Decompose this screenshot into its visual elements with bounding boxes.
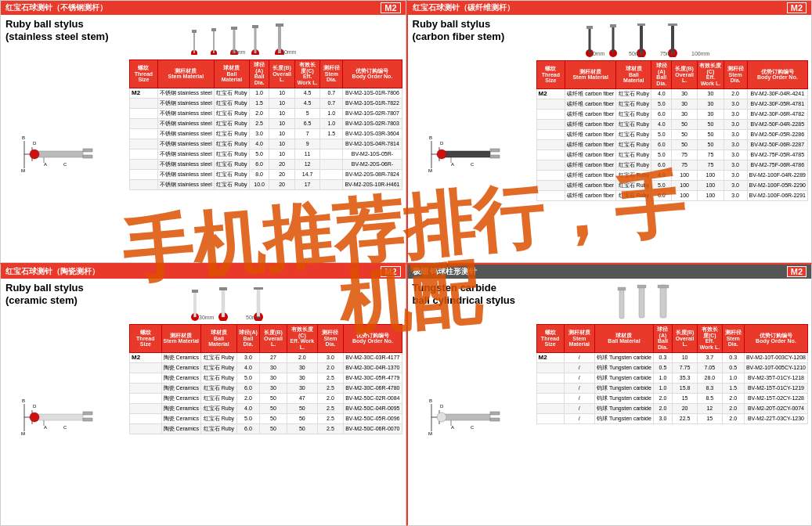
table-cell: 0.7 [320, 98, 343, 108]
svg-rect-99 [637, 285, 646, 288]
table-cell: BV-M2-20S-10R-H461 [343, 179, 402, 189]
table-cell: BV-M2-50C-05R-0096 [344, 413, 402, 423]
table-cell: BV-M2-100F-06R-2291 [747, 190, 807, 200]
table-cell: BV-M2-15T-01CY-1219 [744, 383, 807, 393]
panel-diagram-bl: B M D A C [5, 309, 121, 522]
cell-m2 [130, 413, 162, 423]
table-cell: BV-M2-20T-02CY-0074 [744, 403, 807, 413]
table-cell: 0.7 [320, 88, 343, 98]
table-cell: 5.0 [651, 150, 672, 160]
table-cell: 2.0 [653, 403, 672, 413]
table-cell: 10 [672, 352, 697, 362]
cell-m2 [130, 393, 162, 403]
th-diam-br: 球径(A)Ball Dia. [653, 325, 672, 353]
th-len-tl: 长度(B)Overall L. [269, 60, 295, 88]
table-cell: 50 [698, 139, 724, 150]
table-cell: 30 [287, 373, 317, 383]
table-cell [320, 139, 343, 149]
table-cell: BV-M2-30C-05R-4779 [344, 373, 402, 383]
svg-rect-48 [610, 24, 616, 27]
table-cell: BV-M2-10S-02R-7803 [343, 118, 402, 128]
table-cell: 2.0 [722, 413, 744, 423]
table-cell: 3.0 [724, 160, 747, 170]
svg-rect-6 [36, 151, 83, 157]
panel-body-br: Tungsten carbide ball cylindrical stylus… [408, 279, 812, 525]
th-ball-tl: 球材质Ball Material [214, 60, 249, 88]
table-cell: / [564, 413, 595, 423]
table-cell: 50 [698, 129, 724, 139]
svg-text:50mm: 50mm [246, 315, 262, 320]
table-cell: 红宝石 Ruby [616, 190, 651, 200]
table-cell: 红宝石 Ruby [214, 179, 249, 189]
cell-m2 [130, 169, 158, 179]
svg-rect-92 [490, 418, 500, 421]
table-cell: / [564, 352, 595, 362]
table-cell: 10 [269, 88, 295, 98]
table-row: 碳纤维 carbon fiber红宝石 Ruby5.075753.0BV-M2-… [536, 150, 808, 160]
th-stem-dia-bl: 测杆径Stem Dia. [317, 325, 343, 353]
table-cell: BV-M2-50F-05R-2286 [747, 129, 807, 139]
cell-m2: M2 [130, 88, 158, 98]
svg-text:M: M [21, 431, 25, 436]
table-cell: / [564, 393, 595, 403]
panel-right-tr: 30mm 50mm 75mm 100mm 螺纹Thread Size 测杆材质S… [533, 15, 812, 262]
table-cell: 不锈钢 stainless steel [157, 128, 214, 139]
table-cell: 100 [698, 180, 724, 190]
panel-right-bl: 30mm 50mm 螺纹Thread Size 测杆材质Stem Materia… [126, 279, 406, 525]
table-cell: BV-M2-10T-005CY-1210 [744, 362, 807, 373]
th-stem-br: 测杆材质Stem Material [564, 325, 595, 353]
table-cell: 7.75 [672, 362, 697, 373]
table-cell: 6.0 [236, 423, 259, 434]
table-cell: 2.5 [250, 118, 269, 128]
table-row: 碳纤维 carbon fiber红宝石 Ruby4.01001003.0BV-M… [536, 170, 808, 180]
svg-rect-44 [589, 27, 591, 53]
table-row: 碳纤维 carbon fiber红宝石 Ruby5.01001003.0BV-M… [536, 180, 808, 190]
th-eff-tl: 有效长度(C)Eff. Work L. [294, 60, 319, 88]
table-cell: 4.0 [651, 119, 672, 129]
svg-text:D: D [440, 141, 444, 146]
svg-rect-45 [586, 26, 593, 29]
panel-right-tl: 10mm 20mm 螺纹Thread Size 测杆材质Stem Materia… [126, 15, 406, 262]
cell-m2: M2 [536, 88, 565, 99]
table-row: 碳纤维 carbon fiber红宝石 Ruby6.01001003.0BV-M… [536, 190, 808, 200]
table-cell: BV-M2-20S-06R- [343, 159, 402, 169]
table-row: 碳纤维 carbon fiber红宝石 Ruby6.050503.0BV-M2-… [536, 139, 808, 150]
panel-diagram-br: B M D A C [413, 309, 529, 522]
table-cell: BV-M2-100F-04R-2289 [747, 170, 807, 180]
th-stem-bl: 测杆材质Stem Material [161, 325, 201, 353]
table-cell: 碳纤维 carbon fiber [565, 119, 616, 129]
table-cell: 20 [269, 159, 295, 169]
table-cell: 47 [287, 393, 317, 403]
table-row: 碳纤维 carbon fiber红宝石 Ruby5.050503.0BV-M2-… [536, 129, 808, 139]
table-cell: 75 [698, 150, 724, 160]
table-cell: 11 [294, 149, 319, 159]
table-cell: 2.5 [317, 413, 343, 423]
th-stem-tr: 测杆材质Stem Material [565, 61, 616, 89]
table-area-tr: 螺纹Thread Size 测杆材质Stem Material 球材质Ball … [536, 60, 809, 261]
table-cell: 红宝石 Ruby [616, 99, 651, 109]
th-eff-tr: 有效长度(C)Eff. Work L. [698, 61, 724, 89]
table-cell: 陶瓷 Ceramics [161, 393, 201, 403]
table-cell: 钨球 Tungsten carbide [595, 383, 654, 393]
table-cell: 50 [698, 119, 724, 129]
table-cell: 红宝石 Ruby [616, 170, 651, 180]
table-cell: 红宝石 Ruby [201, 362, 237, 373]
diagram-svg-bl: B M D A C [20, 388, 106, 443]
table-cell: 2.0 [287, 352, 317, 362]
panel-right-br: 螺纹Thread Size 测杆材质Stem Material 球材质Ball … [533, 279, 812, 525]
table-cell: BV-M2-30C-06R-4780 [344, 383, 402, 393]
table-cell: 50 [260, 423, 287, 434]
table-row: 碳纤维 carbon fiber红宝石 Ruby4.050503.0BV-M2-… [536, 119, 808, 129]
svg-rect-17 [213, 30, 215, 53]
table-cell: 陶瓷 Ceramics [161, 413, 201, 423]
panel-diagram-tr: B M D A C [413, 45, 529, 259]
table-cell: 红宝石 Ruby [616, 88, 651, 99]
svg-text:A: A [44, 425, 47, 430]
cell-m2 [536, 362, 564, 373]
table-cell: 75 [672, 150, 698, 160]
svg-text:C: C [471, 162, 475, 167]
table-cell: 0.3 [722, 352, 744, 362]
table-cell: BV-M2-30F-04R-4241 [747, 88, 807, 99]
table-cell: 碳纤维 carbon fiber [565, 150, 616, 160]
table-cell: 红宝石 Ruby [214, 159, 249, 169]
